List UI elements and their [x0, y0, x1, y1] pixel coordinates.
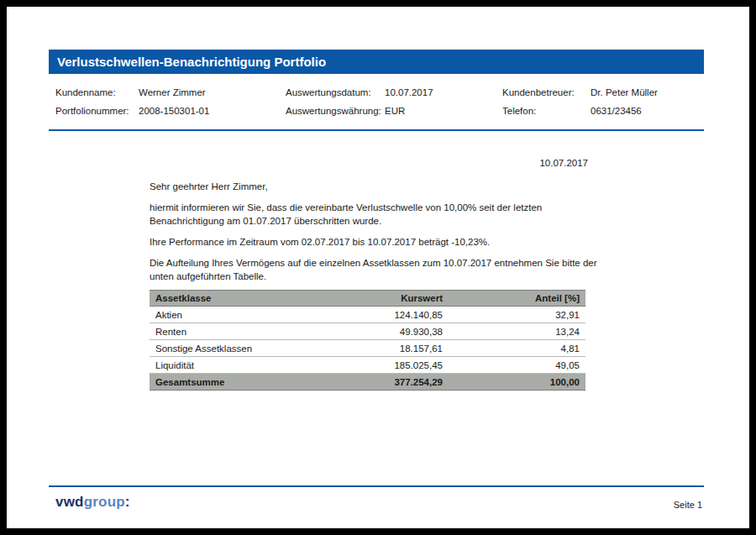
- label-auswertungsdatum: Auswertungsdatum:: [286, 87, 371, 97]
- cell-gesamtsumme-label: Gesamtsumme: [150, 374, 334, 391]
- paragraph-threshold: hiermit informieren wir Sie, dass die ve…: [150, 201, 603, 228]
- cell-gesamtsumme-kurswert: 377.254,29: [334, 374, 449, 391]
- cell-assetklasse: Aktien: [150, 307, 334, 323]
- table-header-row: Assetklasse Kurswert Anteil [%]: [150, 291, 585, 307]
- vwd-group-logo: vwdgroup:: [55, 494, 130, 511]
- label-portfolionummer: Portfolionummer:: [55, 106, 129, 116]
- document-page: Verlustschwellen-Benachrichtigung Portfo…: [7, 7, 749, 528]
- column-header-kurswert: Kurswert: [334, 291, 449, 307]
- label-auswertungswaehrung: Auswertungswährung:: [286, 106, 381, 116]
- header-divider: [49, 129, 704, 131]
- cell-gesamtsumme-anteil: 100,00: [449, 374, 585, 391]
- logo-text-group: group: [84, 494, 125, 510]
- table-row: Liquidität 185.025,45 49,05: [150, 357, 585, 374]
- cell-kurswert: 49.930,38: [334, 323, 449, 340]
- value-telefon: 0631/23456: [591, 106, 642, 116]
- table-total-row: Gesamtsumme 377.254,29 100,00: [150, 374, 585, 391]
- logo-text-colon: :: [125, 494, 130, 510]
- value-kundenbetreuer: Dr. Peter Müller: [591, 87, 658, 97]
- cell-assetklasse: Liquidität: [150, 357, 334, 374]
- column-header-anteil: Anteil [%]: [449, 291, 585, 307]
- cell-assetklasse: Sonstige Assetklassen: [150, 340, 334, 357]
- table-row: Renten 49.930,38 13,24: [150, 323, 585, 340]
- cell-anteil: 4,81: [449, 340, 585, 357]
- paragraph-table-intro: Die Aufteilung Ihres Vermögens auf die e…: [150, 256, 603, 283]
- footer-divider: [49, 485, 704, 487]
- logo-text-vwd: vwd: [55, 494, 84, 510]
- cell-anteil: 32,91: [449, 307, 585, 323]
- label-telefon: Telefon:: [502, 106, 536, 116]
- cell-kurswert: 185.025,45: [334, 357, 449, 374]
- table-row: Sonstige Assetklassen 18.157,61 4,81: [150, 340, 585, 357]
- value-auswertungswaehrung: EUR: [385, 106, 405, 116]
- salutation: Sehr geehrter Herr Zimmer,: [150, 180, 603, 193]
- label-kundenbetreuer: Kundenbetreuer:: [502, 87, 575, 97]
- cell-anteil: 13,24: [449, 323, 585, 340]
- paragraph-performance: Ihre Performance im Zeitraum vom 02.07.2…: [150, 235, 603, 249]
- letter-body: Sehr geehrter Herr Zimmer, hiermit infor…: [150, 180, 603, 291]
- value-kundenname: Werner Zimmer: [139, 87, 206, 97]
- value-portfolionummer: 2008-150301-01: [139, 106, 209, 116]
- cell-kurswert: 18.157,61: [334, 340, 449, 357]
- value-auswertungsdatum: 10.07.2017: [385, 87, 433, 97]
- column-header-assetklasse: Assetklasse: [150, 291, 334, 307]
- cell-anteil: 49,05: [449, 357, 585, 374]
- title-bar: Verlustschwellen-Benachrichtigung Portfo…: [49, 50, 704, 74]
- cell-kurswert: 124.140,85: [334, 307, 449, 323]
- page-number: Seite 1: [674, 500, 702, 510]
- letter-date: 10.07.2017: [150, 158, 588, 168]
- document-title: Verlustschwellen-Benachrichtigung Portfo…: [57, 55, 326, 69]
- asset-allocation-table: Assetklasse Kurswert Anteil [%] Aktien 1…: [150, 290, 585, 391]
- cell-assetklasse: Renten: [150, 323, 334, 340]
- label-kundenname: Kundenname:: [55, 87, 116, 97]
- table-row: Aktien 124.140,85 32,91: [150, 307, 585, 323]
